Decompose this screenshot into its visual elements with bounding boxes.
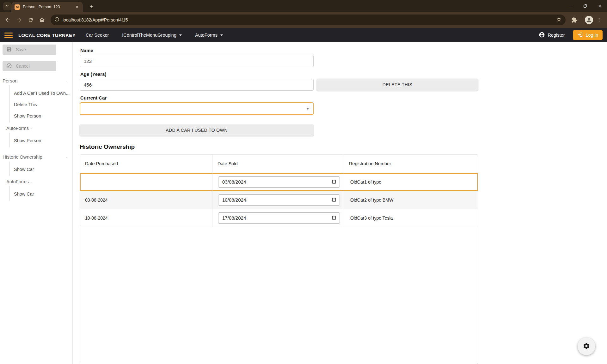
tab-search-button[interactable] — [3, 2, 11, 10]
new-tab-button[interactable] — [88, 3, 95, 10]
main-content: Name Age (Years) DELETE THIS Current Car… — [73, 42, 478, 364]
date-sold-cell: 03/08/2024 — [212, 173, 344, 191]
sidebar-group-person[interactable]: Person - — [0, 78, 72, 83]
bookmark-star-icon[interactable] — [556, 16, 562, 23]
login-button[interactable]: Log in — [573, 30, 603, 40]
age-input[interactable] — [80, 79, 314, 91]
date-purchased-cell: 03-08-2024 — [80, 191, 212, 209]
hamburger-menu-icon[interactable] — [4, 33, 13, 38]
tab-close-icon[interactable] — [74, 4, 80, 10]
name-label: Name — [80, 48, 478, 53]
current-car-select[interactable] — [80, 102, 314, 115]
age-label: Age (Years) — [80, 71, 478, 77]
registration-cell: OldCar2 of type BMW — [344, 191, 478, 209]
sidebar-item-show-car-autoforms[interactable]: Show Car — [10, 188, 72, 200]
calendar-icon[interactable] — [332, 179, 336, 185]
url-text[interactable]: localhost:8182/App#/Person/4!15 — [63, 17, 556, 22]
nav-item-label: Car Seeker — [86, 33, 109, 38]
nav-item-icontrolthemenugrouping[interactable]: IControlTheMenuGrouping — [122, 33, 182, 38]
current-car-label: Current Car — [80, 95, 478, 100]
subgroup-header-label: AutoForms — [6, 179, 29, 184]
date-sold-input[interactable]: 03/08/2024 — [218, 176, 340, 188]
app-navbar: LOCAL CORE TURNKEY Car Seeker IControlTh… — [0, 28, 607, 42]
minimize-icon[interactable] — [563, 0, 578, 12]
column-header-date-sold: Date Sold — [212, 155, 344, 173]
home-icon[interactable] — [37, 15, 47, 25]
browser-toolbar: localhost:8182/App#/Person/4!15 — [0, 12, 607, 28]
browser-window: M Person : Person: 123 — [0, 0, 607, 364]
add-car-button[interactable]: ADD A CAR I USED TO OWN — [80, 124, 314, 136]
calendar-icon[interactable] — [332, 215, 336, 221]
toolbar-separator — [582, 17, 582, 23]
profile-avatar[interactable] — [585, 16, 593, 24]
collapse-icon[interactable]: - — [66, 78, 67, 83]
register-button[interactable]: Register — [539, 32, 565, 39]
date-sold-cell: 10/08/2024 — [212, 191, 344, 209]
save-button[interactable]: Save — [3, 45, 56, 55]
table-row[interactable]: 03-08-2024 10/08/2024 OldCar2 of type BM… — [80, 191, 478, 209]
nav-item-autoforms[interactable]: AutoForms — [195, 33, 223, 38]
group-header-label: Historic Ownership — [3, 154, 42, 160]
maximize-icon[interactable] — [578, 0, 592, 12]
subgroup-header-label: AutoForms — [6, 126, 29, 131]
tab-title: Person : Person: 123 — [23, 5, 74, 9]
sidebar-subgroup-autoforms-historic[interactable]: AutoForms - — [6, 179, 72, 184]
current-car-field-group: Current Car — [80, 95, 478, 115]
date-purchased-cell — [80, 173, 212, 191]
app-brand[interactable]: LOCAL CORE TURNKEY — [18, 33, 76, 38]
login-label: Log in — [586, 33, 598, 38]
registration-cell: OldCar3 of type Tesla — [344, 209, 478, 227]
collapse-icon[interactable]: - — [66, 155, 67, 160]
sidebar-subgroup-autoforms-person[interactable]: AutoForms - — [6, 126, 72, 131]
browser-tab[interactable]: M Person : Person: 123 — [11, 2, 83, 12]
date-sold-input[interactable]: 17/08/2024 — [218, 212, 340, 224]
date-purchased-cell: 10-08-2024 — [80, 209, 212, 227]
extensions-icon[interactable] — [569, 15, 579, 25]
sidebar-item-show-person[interactable]: Show Person — [10, 110, 72, 122]
sidebar-item-delete-this[interactable]: Delete This — [10, 99, 72, 110]
date-sold-input[interactable]: 10/08/2024 — [218, 194, 340, 206]
chevron-down-icon — [5, 3, 10, 9]
plus-icon — [89, 4, 94, 9]
browser-titlebar: M Person : Person: 123 — [0, 0, 607, 12]
name-input[interactable] — [80, 55, 314, 67]
page-body: Save Cancel Person - Add A Car I Used To… — [0, 42, 607, 364]
date-value: 10/08/2024 — [222, 197, 246, 203]
back-icon[interactable] — [3, 15, 13, 25]
sidebar-item-show-person-autoforms[interactable]: Show Person — [10, 135, 72, 146]
person-icon — [539, 32, 545, 39]
historic-ownership-title: Historic Ownership — [80, 143, 478, 150]
close-icon[interactable] — [592, 0, 607, 12]
delete-this-button[interactable]: DELETE THIS — [317, 79, 478, 91]
collapse-icon: - — [31, 179, 32, 184]
tab-favicon: M — [15, 4, 20, 10]
sidebar-person-items: Add A Car I Used To Own... Delete This S… — [9, 85, 72, 123]
save-label: Save — [16, 47, 26, 52]
save-icon — [6, 46, 12, 53]
login-icon — [577, 32, 583, 38]
site-info-icon[interactable] — [54, 17, 59, 23]
cancel-label: Cancel — [16, 64, 30, 69]
forward-icon[interactable] — [14, 15, 25, 25]
settings-fab-button[interactable] — [578, 337, 595, 355]
table-row[interactable]: 10-08-2024 17/08/2024 OldCar3 of type Te… — [80, 209, 478, 227]
date-sold-cell: 17/08/2024 — [212, 209, 344, 227]
cancel-button[interactable]: Cancel — [3, 61, 56, 71]
date-value: 03/08/2024 — [222, 179, 246, 185]
calendar-icon[interactable] — [332, 197, 336, 203]
caret-down-icon — [220, 34, 223, 36]
table-row[interactable]: 03/08/2024 OldCar1 of type — [80, 173, 478, 191]
reload-icon[interactable] — [25, 15, 36, 25]
sidebar: Save Cancel Person - Add A Car I Used To… — [0, 42, 73, 364]
window-controls — [563, 0, 607, 12]
nav-item-car-seeker[interactable]: Car Seeker — [86, 33, 109, 38]
register-label: Register — [548, 33, 565, 38]
historic-ownership-table: Date Purchased Date Sold Registration Nu… — [80, 154, 478, 364]
sidebar-item-show-car[interactable]: Show Car — [10, 164, 72, 175]
address-bar[interactable]: localhost:8182/App#/Person/4!15 — [51, 15, 566, 25]
sidebar-item-add-a-car-i-used-to-own[interactable]: Add A Car I Used To Own... — [10, 88, 72, 99]
sidebar-autoforms-historic-items: Show Car — [9, 186, 72, 201]
sidebar-group-historic-ownership[interactable]: Historic Ownership - — [0, 154, 72, 160]
browser-menu-icon[interactable] — [594, 15, 604, 25]
sidebar-autoforms-person-items: Show Person — [9, 133, 72, 147]
